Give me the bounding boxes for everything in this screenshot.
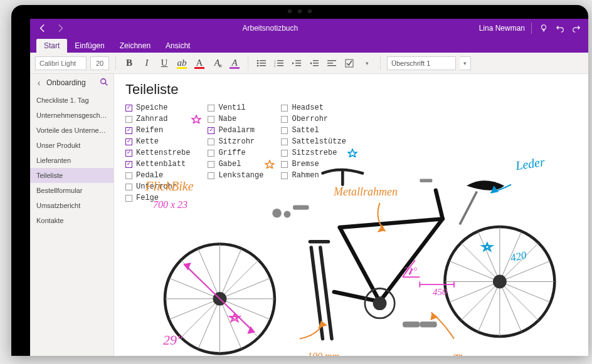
numbering-button[interactable]: 123 <box>272 56 286 70</box>
heading-drop-button[interactable]: ▾ <box>460 56 471 70</box>
app-window: Arbeitsnotizbuch Lina Newman Start Einfü… <box>30 19 588 356</box>
ribbon-toolbar: Calibri Light 20 B I U ab A A✕ A 123 <box>30 53 588 74</box>
checklist-item[interactable]: Sitzrohr <box>208 137 263 147</box>
italic-button[interactable]: I <box>140 56 154 70</box>
clear-format-button[interactable]: A✕ <box>210 56 224 70</box>
checkbox[interactable] <box>208 127 214 134</box>
lightbulb-icon[interactable] <box>538 23 549 34</box>
svg-rect-52 <box>420 179 432 182</box>
page-canvas[interactable]: Teileliste SpeicheZahnradReifenKetteKett… <box>114 74 588 356</box>
annotation-tire-size: 700 x 23 <box>153 199 188 211</box>
svg-point-23 <box>101 79 106 84</box>
camera-array <box>283 9 317 14</box>
sidebar-page-item[interactable]: Checkliste 1. Tag <box>30 93 114 108</box>
svg-point-48 <box>373 296 387 310</box>
sidebar-page-item[interactable]: Lieferanten <box>30 153 114 168</box>
section-back-button[interactable]: ‹ <box>34 78 44 88</box>
forward-button[interactable] <box>53 21 68 36</box>
checklist-item[interactable]: Speiche <box>125 103 190 113</box>
page-list: Checkliste 1. TagUnternehmensgeschichteV… <box>30 91 114 356</box>
svg-rect-54 <box>420 321 436 327</box>
tab-zeichnen[interactable]: Zeichnen <box>112 39 158 53</box>
svg-rect-22 <box>346 60 353 67</box>
sidebar-page-item[interactable]: Teileliste <box>30 168 114 183</box>
checklist-item[interactable]: Reifen <box>125 125 190 135</box>
checklist-item[interactable]: Sattelstütze <box>281 137 346 147</box>
heading-style-select[interactable]: Überschrift 1 <box>387 56 456 70</box>
checklist-item[interactable]: Kette <box>125 137 190 147</box>
checklist-item[interactable]: Pedalarm <box>208 125 263 135</box>
checklist-item[interactable]: Headset <box>281 103 346 113</box>
sidebar-page-item[interactable]: Kontakte <box>30 213 114 228</box>
checklist-label: Oberrohr <box>292 115 328 123</box>
checklist-item[interactable]: Oberrohr <box>281 114 346 124</box>
svg-rect-8 <box>277 60 283 61</box>
checkbox[interactable] <box>281 127 288 134</box>
checkbox[interactable] <box>125 116 132 123</box>
svg-rect-4 <box>260 63 266 63</box>
sidebar-page-item[interactable]: Bestellformular <box>30 183 114 198</box>
svg-point-50 <box>283 211 290 218</box>
svg-point-3 <box>257 62 259 64</box>
redo-button[interactable] <box>571 23 582 34</box>
separator <box>115 56 116 70</box>
checkbox[interactable] <box>208 105 214 112</box>
checkbox[interactable] <box>208 138 214 145</box>
tab-start[interactable]: Start <box>36 39 67 53</box>
tab-einfuegen[interactable]: Einfügen <box>67 39 112 53</box>
checklist-item[interactable]: Nabe <box>208 114 263 124</box>
outdent-icon <box>292 59 302 68</box>
sidebar-page-item[interactable]: Umsatzbericht <box>30 198 114 213</box>
checklist-item[interactable]: Sattel <box>281 125 346 135</box>
checklist-label: Reifen <box>136 126 163 135</box>
underline-button[interactable]: U <box>157 56 171 70</box>
checklist-label: Nabe <box>218 115 236 123</box>
svg-rect-20 <box>327 63 333 63</box>
checkbox[interactable] <box>125 105 132 112</box>
indent-button[interactable] <box>307 56 321 70</box>
svg-rect-19 <box>327 60 336 61</box>
search-button[interactable] <box>100 78 110 88</box>
annotation-flickbike: FlickBike <box>145 179 194 194</box>
checkbox[interactable] <box>281 105 288 112</box>
ink-color-button[interactable]: A <box>228 56 241 70</box>
svg-rect-13 <box>295 60 301 61</box>
more-button[interactable]: ▾ <box>360 56 374 70</box>
back-button[interactable] <box>35 21 50 36</box>
sidebar-page-item[interactable]: Unternehmensgeschichte <box>30 108 114 123</box>
indent-icon <box>309 59 319 68</box>
outdent-button[interactable] <box>290 56 304 70</box>
font-size-select[interactable]: 20 <box>90 56 109 70</box>
annotation-angle: 71° <box>404 266 417 276</box>
section-name[interactable]: Onboarding <box>46 78 97 87</box>
checklist-label: Pedalarm <box>218 126 255 135</box>
checklist-item[interactable]: Ventil <box>208 103 263 113</box>
font-name-select[interactable]: Calibri Light <box>35 56 87 70</box>
ink-star-icon <box>191 115 201 123</box>
checkbox[interactable] <box>208 116 214 123</box>
checkbox[interactable] <box>125 138 132 145</box>
sidebar-page-item[interactable]: Vorteile des Unternehm… <box>30 123 114 138</box>
bullets-button[interactable] <box>255 56 268 70</box>
annotation-wheel-dia: 29" <box>163 332 182 348</box>
svg-point-1 <box>257 60 259 61</box>
tab-ansicht[interactable]: Ansicht <box>158 39 198 53</box>
svg-point-5 <box>257 65 259 66</box>
checklist-label: Sitzrohr <box>218 137 255 146</box>
font-color-button[interactable]: A <box>193 56 206 70</box>
checkbox[interactable] <box>281 138 288 145</box>
device-bezel: Arbeitsnotizbuch Lina Newman Start Einfü… <box>11 5 588 356</box>
svg-point-0 <box>542 25 546 29</box>
checkbox[interactable] <box>281 116 288 123</box>
checklist-item[interactable]: Zahnrad <box>125 114 190 124</box>
undo-button[interactable] <box>554 23 566 34</box>
sidebar-page-item[interactable]: Unser Produkt <box>30 138 114 153</box>
user-name[interactable]: Lina Newman <box>473 24 531 33</box>
bold-button[interactable]: B <box>122 56 136 70</box>
highlight-button[interactable]: ab <box>175 56 189 70</box>
checkbox-button[interactable] <box>342 56 356 70</box>
separator <box>248 56 248 70</box>
checkbox[interactable] <box>125 127 132 134</box>
title-bar: Arbeitsnotizbuch Lina Newman <box>30 19 588 38</box>
align-button[interactable] <box>325 56 339 70</box>
